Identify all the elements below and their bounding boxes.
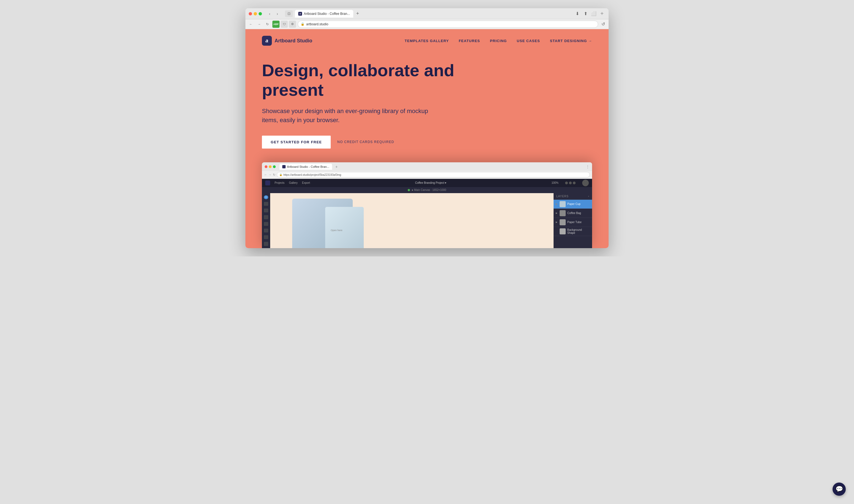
browser-nav: ‹ › xyxy=(266,11,280,17)
layer-item-coffee-bag[interactable]: ▶ Coffee Bag xyxy=(553,209,592,218)
mockup-canvas-label: ● Main Canvas · 1652×1000 xyxy=(412,188,446,192)
mockup-app-toolbar: Projects Gallery Export Coffee Branding … xyxy=(262,179,592,187)
sidebar-icon-5 xyxy=(264,229,268,232)
refresh-icon[interactable]: ↺ xyxy=(600,21,606,28)
minimize-button[interactable] xyxy=(254,12,257,15)
layer-name-paper-cup: Paper Cup xyxy=(567,202,581,205)
mockup-main-area: + Open here xyxy=(262,193,592,248)
layer-item-background-shape[interactable]: Background Shape xyxy=(553,227,592,236)
forward-nav-button[interactable]: → xyxy=(256,21,262,28)
tab-title: Artboard Studio - Coffee Bran... xyxy=(304,12,350,16)
browser-tab-active[interactable]: a Artboard Studio - Coffee Bran... xyxy=(295,10,353,18)
windows-icon[interactable]: ⬜ xyxy=(590,11,597,17)
logo-letter: a xyxy=(266,38,268,44)
nav-pricing[interactable]: PRICING xyxy=(490,39,507,43)
mockup-left-sidebar: + xyxy=(262,193,270,248)
sidebar-icon-1 xyxy=(264,202,268,206)
layer-expand-icon: ▶ xyxy=(556,203,558,205)
mockup-menu-projects: Projects xyxy=(275,181,285,184)
mockup-lock-icon: 🔒 xyxy=(279,173,282,176)
layer-thumb-paper-cup xyxy=(560,201,566,207)
mockup-menu-export: Export xyxy=(302,181,310,184)
canvas-object-cup xyxy=(325,207,364,248)
mockup-maximize xyxy=(273,165,276,168)
layer-thumb-coffee-bag xyxy=(560,210,566,216)
mockup-canvas: Open here xyxy=(270,193,553,248)
mockup-reload: ↻ xyxy=(273,173,275,177)
sidebar-icon-4 xyxy=(264,222,268,226)
hero-cta: GET STARTED FOR FREE NO CREDIT CARDS REQ… xyxy=(262,136,592,148)
mockup-traffic-lights xyxy=(265,165,276,168)
mockup-toolbar: ← → ↻ 🔒 https://artboard.studio/project/… xyxy=(262,171,592,179)
hero-section: Design, collaborate and present Showcase… xyxy=(246,52,608,162)
mockup-new-tab: + xyxy=(335,164,338,169)
mockup-menu-gallery: Gallery xyxy=(289,181,298,184)
adblock-extension[interactable]: ABP xyxy=(272,21,279,28)
url-text: artboard.studio xyxy=(306,22,328,26)
nav-links: TEMPLATES GALLERY FEATURES PRICING USE C… xyxy=(405,39,592,43)
sidebar-icon-3 xyxy=(264,215,268,219)
layer-name-background-shape: Background Shape xyxy=(567,228,590,234)
site-navigation: a Artboard Studio TEMPLATES GALLERY FEAT… xyxy=(246,29,608,52)
no-credit-card-label: NO CREDIT CARDS REQUIRED xyxy=(337,140,394,144)
back-nav-button[interactable]: ← xyxy=(248,21,254,28)
reader-view-button[interactable]: ⊡ xyxy=(285,11,293,17)
website-content: a Artboard Studio TEMPLATES GALLERY FEAT… xyxy=(246,29,608,248)
sidebar-icon-6 xyxy=(264,235,268,239)
layer-name-coffee-bag: Coffee Bag xyxy=(567,212,581,215)
address-bar[interactable]: 🔒 artboard.studio xyxy=(298,21,598,28)
mockup-zoom: 100% xyxy=(551,181,559,184)
downloads-icon[interactable]: ⬇ xyxy=(574,11,581,17)
canvas-status-dot xyxy=(408,189,410,191)
logo[interactable]: a Artboard Studio xyxy=(262,36,312,46)
logo-text: Artboard Studio xyxy=(275,38,312,44)
back-button[interactable]: ‹ xyxy=(266,11,273,17)
close-button[interactable] xyxy=(249,12,252,15)
mockup-back: ← xyxy=(264,173,267,176)
mockup-titlebar: Artboard Studio - Coffee Bran... + ⋮ xyxy=(262,162,592,171)
mockup-tab-favicon xyxy=(282,165,286,168)
layers-header: LAYERS ‹ xyxy=(553,193,592,200)
maximize-button[interactable] xyxy=(259,12,262,15)
layer-thumb-paper-tube xyxy=(560,219,566,225)
mockup-project-name: Coffee Branding Project ▾ xyxy=(314,181,547,184)
mockup-user-dot xyxy=(565,182,568,184)
nav-start-designing[interactable]: START DESIGNING → xyxy=(550,39,592,43)
layer-expand-icon-2: ▶ xyxy=(556,212,558,214)
layers-title: LAYERS xyxy=(556,195,569,198)
tab-bar: a Artboard Studio - Coffee Bran... + xyxy=(295,10,572,18)
mockup-dot-2 xyxy=(569,182,572,184)
extension-btn[interactable]: ⚙ xyxy=(289,21,296,28)
mockup-tab: Artboard Studio - Coffee Bran... xyxy=(279,164,332,170)
share-icon[interactable]: ⬆ xyxy=(582,11,589,17)
forward-button[interactable]: › xyxy=(274,11,280,17)
app-mockup: Artboard Studio - Coffee Bran... + ⋮ ← →… xyxy=(262,162,592,248)
tab-favicon: a xyxy=(298,12,302,16)
add-element-btn: + xyxy=(264,195,268,199)
layer-item-paper-cup[interactable]: ▶ Paper Cup xyxy=(553,200,592,209)
mockup-address-bar: 🔒 https://artboard.studio/project/5ba223… xyxy=(277,172,590,177)
browser-toolbar: ← → ↻ ABP 🛡 ⚙ 🔒 artboard.studio ↺ xyxy=(246,19,608,29)
extensions-area: ABP 🛡 ⚙ xyxy=(272,21,296,28)
nav-use-cases[interactable]: USE CASES xyxy=(517,39,540,43)
new-tab-button[interactable]: + xyxy=(355,11,361,17)
browser-titlebar: ‹ › ⊡ a Artboard Studio - Coffee Bran...… xyxy=(246,8,608,19)
layer-item-paper-tube[interactable]: ▶ Paper Tube xyxy=(553,218,592,227)
nav-templates-gallery[interactable]: TEMPLATES GALLERY xyxy=(405,39,449,43)
mockup-dot-3 xyxy=(573,182,576,184)
mockup-app-logo xyxy=(265,180,270,185)
mockup-minimize xyxy=(269,165,272,168)
reload-button[interactable]: ↻ xyxy=(264,21,271,28)
mockup-layers-panel: LAYERS ‹ ▶ Paper Cup ▶ Coffee Bag xyxy=(553,193,592,248)
nav-features[interactable]: FEATURES xyxy=(459,39,480,43)
layers-collapse: ‹ xyxy=(588,195,589,198)
shield-extension[interactable]: 🛡 xyxy=(280,21,288,28)
mockup-tab-title: Artboard Studio - Coffee Bran... xyxy=(287,165,329,168)
lock-icon: 🔒 xyxy=(301,22,305,26)
mockup-avatar xyxy=(582,180,589,186)
mockup-forward: → xyxy=(269,173,272,176)
browser-window: ‹ › ⊡ a Artboard Studio - Coffee Bran...… xyxy=(246,8,608,248)
add-tab-icon[interactable]: + xyxy=(599,11,605,17)
get-started-button[interactable]: GET STARTED FOR FREE xyxy=(262,136,331,148)
layer-name-paper-tube: Paper Tube xyxy=(567,221,582,224)
